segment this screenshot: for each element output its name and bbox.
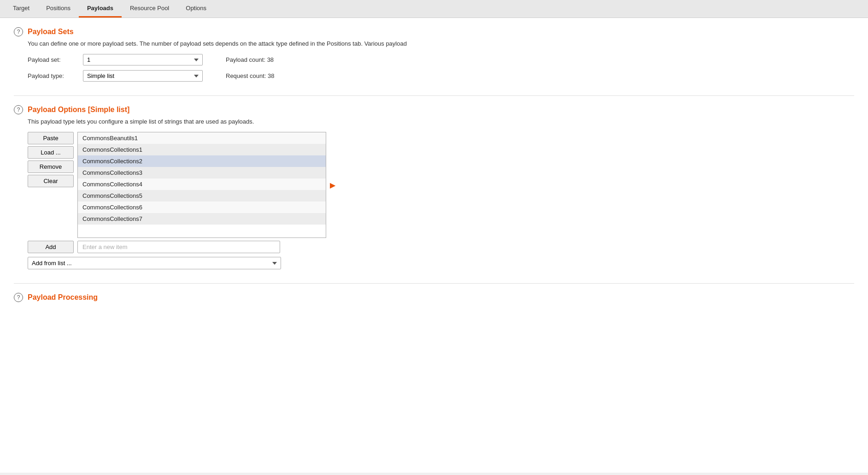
add-from-list-row: Add from list ... — [28, 257, 854, 269]
payload-set-label: Payload set: — [28, 56, 74, 63]
tab-bar: TargetPositionsPayloadsResource PoolOpti… — [0, 0, 868, 18]
payload-set-select[interactable]: 1 2 3 — [83, 54, 203, 65]
list-item[interactable]: CommonsCollections1 — [78, 144, 326, 155]
list-item[interactable]: CommonsCollections4 — [78, 178, 326, 190]
payload-options-header: ? Payload Options [Simple list] — [14, 105, 854, 114]
payload-processing-title: Payload Processing — [28, 293, 98, 302]
clear-button[interactable]: Clear — [28, 175, 74, 187]
payload-sets-title: Payload Sets — [28, 28, 74, 36]
payload-processing-help-icon[interactable]: ? — [14, 293, 23, 302]
payload-type-row: Payload type: Simple list Runtime file C… — [28, 70, 854, 82]
payload-options-description: This payload type lets you configure a s… — [28, 118, 854, 125]
payload-options-title: Payload Options [Simple list] — [28, 106, 129, 114]
list-item[interactable]: CommonsCollections6 — [78, 202, 326, 213]
payload-sets-header: ? Payload Sets — [14, 27, 854, 36]
list-buttons: Paste Load ... Remove Clear — [28, 132, 74, 187]
remove-button[interactable]: Remove — [28, 160, 74, 173]
tab-positions[interactable]: Positions — [38, 0, 79, 18]
request-count-label: Request count: 38 — [226, 72, 275, 79]
payload-options-area: Paste Load ... Remove Clear CommonsBeanu… — [28, 132, 854, 269]
payload-type-label: Payload type: — [28, 72, 74, 79]
list-controls: Paste Load ... Remove Clear CommonsBeanu… — [28, 132, 854, 238]
add-row: Add — [28, 241, 854, 253]
main-content: ? Payload Sets You can define one or mor… — [0, 18, 868, 473]
list-item[interactable]: CommonsCollections3 — [78, 167, 326, 178]
payload-list-box[interactable]: CommonsBeanutils1CommonsCollections1Comm… — [77, 132, 326, 238]
add-item-input[interactable] — [77, 241, 280, 253]
scroll-arrow-icon: ▶ — [330, 181, 335, 190]
list-item[interactable]: CommonsCollections2 — [78, 155, 326, 167]
paste-button[interactable]: Paste — [28, 132, 74, 144]
tab-resource-pool[interactable]: Resource Pool — [122, 0, 177, 18]
list-item[interactable]: CommonsCollections5 — [78, 190, 326, 202]
payload-options-section: ? Payload Options [Simple list] This pay… — [14, 105, 854, 269]
divider-2 — [14, 283, 854, 284]
tab-target[interactable]: Target — [5, 0, 38, 18]
payload-type-select[interactable]: Simple list Runtime file Custom iterator… — [83, 70, 203, 82]
load-button[interactable]: Load ... — [28, 146, 74, 159]
payload-processing-section: ? Payload Processing — [14, 293, 854, 302]
list-item[interactable]: CommonsCollections7 — [78, 213, 326, 225]
payload-sets-section: ? Payload Sets You can define one or mor… — [14, 27, 854, 82]
payload-set-row: Payload set: 1 2 3 Payload count: 38 — [28, 54, 854, 65]
payload-sets-help-icon[interactable]: ? — [14, 27, 23, 36]
tab-payloads[interactable]: Payloads — [79, 0, 122, 18]
payload-processing-header: ? Payload Processing — [14, 293, 854, 302]
add-from-list-select[interactable]: Add from list ... — [28, 257, 281, 269]
divider-1 — [14, 95, 854, 96]
payload-sets-description: You can define one or more payload sets.… — [28, 40, 854, 47]
list-item[interactable]: CommonsBeanutils1 — [78, 132, 326, 144]
payload-count-label: Payload count: 38 — [226, 56, 274, 63]
payload-options-help-icon[interactable]: ? — [14, 105, 23, 114]
tab-options[interactable]: Options — [177, 0, 215, 18]
list-box-wrapper: CommonsBeanutils1CommonsCollections1Comm… — [77, 132, 326, 238]
add-button[interactable]: Add — [28, 241, 74, 253]
